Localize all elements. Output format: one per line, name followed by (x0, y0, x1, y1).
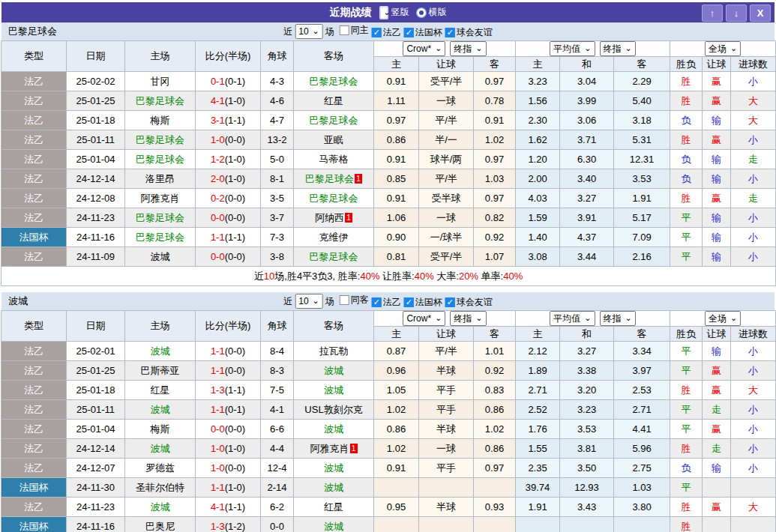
average-time-select[interactable]: 终指⌄ (600, 41, 636, 56)
odds-time-select[interactable]: 终指⌄ (450, 41, 486, 56)
bookmaker-select[interactable]: Crow*⌄ (403, 311, 445, 326)
filter-球会友谊[interactable]: ✓球会友谊 (445, 296, 493, 309)
filter-法乙[interactable]: ✓法乙 (372, 296, 401, 309)
filter-球会友谊[interactable]: ✓球会友谊 (445, 26, 493, 39)
away-team: 阿纳西1 (294, 208, 374, 228)
team-name: 梅斯 (151, 423, 170, 435)
checkbox-checked-icon[interactable]: ✓ (372, 28, 382, 37)
corner-score: 2-14 (261, 478, 294, 498)
match-score: 1-1(0-0) (196, 361, 261, 381)
avg-away: 3.80 (614, 498, 670, 517)
result-text: 小 (748, 212, 758, 223)
halftime-score: (1-2) (225, 521, 245, 532)
odds-handicap: 半球 (419, 498, 474, 517)
layout-radio-horizontal[interactable]: 横版 (417, 6, 447, 19)
checkbox-checked-icon[interactable]: ✓ (404, 297, 414, 307)
result-text: 大 (748, 384, 758, 396)
radio-selected-icon[interactable]: ⌄ (379, 6, 388, 19)
halftime-score: (1-1) (225, 384, 245, 396)
filter-label: 法国杯 (415, 296, 442, 309)
average-select[interactable]: 平均值⌄ (550, 311, 595, 326)
home-team: 波城 (125, 498, 196, 517)
avg-home: 1.55 (516, 439, 560, 459)
odds-away: 0.91 (474, 111, 516, 130)
match-count-select[interactable]: 10⌄ (295, 24, 323, 39)
checkbox-checked-icon[interactable]: ✓ (372, 297, 382, 307)
team-name: 巴黎足球会 (310, 76, 358, 87)
radio-unselected-icon[interactable] (417, 8, 426, 17)
match-date: 24-12-07 (67, 459, 125, 478)
match-date: 24-11-16 (67, 517, 125, 532)
filter-法国杯[interactable]: ✓法国杯 (404, 26, 442, 39)
layout-radio-vertical[interactable]: ⌄ 竖版 (379, 6, 409, 19)
home-team: 圣菲尔伯特 (125, 478, 196, 498)
match-row: 法乙24-12-14洛里昂2-0(1-0)8-1巴黎足球会10.85平/半1.0… (1, 169, 776, 189)
checkbox-checked-icon[interactable]: ✓ (445, 28, 455, 37)
avg-draw: 3.53 (560, 420, 614, 439)
checkbox-unchecked-icon[interactable] (340, 295, 349, 305)
league-badge: 法乙 (1, 247, 67, 267)
avg-away: 3.53 (614, 169, 670, 189)
result-goals: 小 (731, 400, 776, 420)
match-count-select[interactable]: 10⌄ (295, 294, 323, 309)
match-row: 法乙24-12-08阿雅克肖0-2(0-0)3-5巴黎足球会0.91受半球0.9… (1, 189, 776, 208)
odds-time-select[interactable]: 终指⌄ (450, 311, 486, 326)
away-team: 拉瓦勒 (294, 342, 374, 361)
filter-同主[interactable]: 同主 (340, 24, 369, 37)
match-date: 24-12-08 (67, 189, 125, 208)
checkbox-unchecked-icon[interactable] (340, 25, 349, 35)
team-name: 巴黎足球会 (136, 134, 184, 145)
match-date: 25-01-11 (67, 130, 125, 150)
section-gap (0, 286, 776, 292)
result-text: 输 (712, 462, 721, 474)
average-select[interactable]: 平均值⌄ (550, 41, 595, 56)
result-outcome: 平 (670, 478, 703, 498)
filter-法国杯[interactable]: ✓法国杯 (404, 296, 442, 309)
average-time-select[interactable]: 终指⌄ (600, 311, 636, 326)
result-goals: 大 (731, 111, 776, 130)
odds-home: 0.81 (374, 247, 419, 267)
match-row: 法乙25-01-11波城1-1(0-1)4-1USL敦刻尔克1.02平手0.86… (1, 400, 776, 420)
home-team: 红星 (125, 381, 196, 400)
result-text: 大 (748, 501, 758, 513)
checkbox-checked-icon[interactable]: ✓ (404, 28, 414, 37)
team-name: 阿雅克肖 (310, 443, 349, 454)
fulltime-score: 1-0 (211, 443, 225, 454)
full-match-select[interactable]: 全场⌄ (705, 41, 741, 56)
team-name: 洛里昂 (145, 173, 175, 184)
result-outcome: 胜 (670, 439, 703, 459)
filter-同客[interactable]: 同客 (340, 294, 369, 306)
result-goals (731, 478, 776, 498)
halftime-score: (1-1) (225, 232, 245, 243)
result-outcome: 胜 (670, 130, 703, 150)
halftime-score: (0-0) (225, 212, 245, 223)
chevron-down-icon: ⌄ (475, 44, 482, 52)
result-outcome: 胜 (670, 91, 703, 111)
radio-vertical-label: 竖版 (391, 6, 409, 19)
avg-draw: 3.04 (560, 72, 614, 91)
sub-header-avg-away: 客 (614, 327, 670, 342)
result-outcome: 平 (670, 208, 703, 228)
bookmaker-select[interactable]: Crow*⌄ (403, 41, 445, 56)
scroll-down-button[interactable]: ↓ (726, 4, 747, 22)
filter-法乙[interactable]: ✓法乙 (372, 26, 401, 39)
corner-score: 8-1 (261, 169, 294, 189)
corner-score: 6-2 (261, 498, 294, 517)
close-button[interactable]: X (750, 4, 771, 22)
full-match-select[interactable]: 全场⌄ (705, 311, 741, 326)
team-name: 巴黎足球会 (310, 193, 358, 204)
away-team: 波城 (294, 420, 374, 439)
sub-header-goals: 进球数 (731, 57, 776, 72)
matches-table: 类型 日期 主场 比分(半场) 角球 客场 Crow*⌄ 终指⌄ 平均值⌄ 终指… (1, 310, 776, 532)
result-outcome: 胜 (670, 189, 703, 208)
checkbox-checked-icon[interactable]: ✓ (445, 297, 455, 307)
chevron-down-icon: ⌄ (625, 44, 632, 52)
odds-away: 0.92 (474, 361, 516, 381)
result-outcome: 平 (670, 228, 703, 247)
col-header-away: 客场 (294, 311, 374, 342)
result-handicap (703, 478, 731, 498)
match-date: 24-11-16 (67, 228, 125, 247)
league-badge: 法乙 (1, 459, 67, 478)
result-text: 大 (748, 95, 758, 106)
scroll-up-button[interactable]: ↑ (702, 4, 723, 22)
